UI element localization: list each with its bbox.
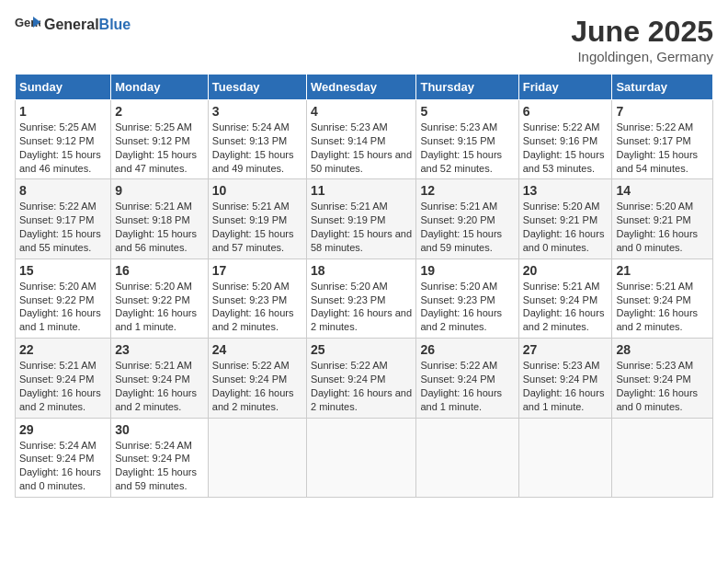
page-header: General GeneralBlue June 2025 Ingoldinge… — [15, 15, 713, 64]
calendar-cell: 15Sunrise: 5:20 AMSunset: 9:22 PMDayligh… — [16, 259, 111, 338]
calendar-cell — [416, 418, 518, 497]
col-monday: Monday — [111, 75, 209, 100]
day-number: 20 — [523, 263, 609, 278]
day-info: Sunrise: 5:20 AMSunset: 9:23 PMDaylight:… — [212, 280, 302, 334]
calendar-cell: 8Sunrise: 5:22 AMSunset: 9:17 PMDaylight… — [16, 179, 111, 259]
day-number: 24 — [212, 342, 302, 357]
logo-general: General — [44, 17, 99, 32]
calendar-cell: 18Sunrise: 5:20 AMSunset: 9:23 PMDayligh… — [306, 259, 415, 338]
calendar-cell — [208, 418, 306, 497]
calendar-week-row: 1Sunrise: 5:25 AMSunset: 9:12 PMDaylight… — [16, 100, 713, 179]
day-number: 9 — [115, 183, 204, 198]
calendar-cell: 9Sunrise: 5:21 AMSunset: 9:18 PMDaylight… — [111, 179, 209, 259]
calendar-cell: 11Sunrise: 5:21 AMSunset: 9:19 PMDayligh… — [306, 179, 415, 259]
day-info: Sunrise: 5:21 AMSunset: 9:19 PMDaylight:… — [311, 200, 412, 254]
calendar-cell: 10Sunrise: 5:21 AMSunset: 9:19 PMDayligh… — [208, 179, 306, 259]
day-info: Sunrise: 5:22 AMSunset: 9:17 PMDaylight:… — [616, 121, 709, 175]
day-info: Sunrise: 5:24 AMSunset: 9:13 PMDaylight:… — [212, 121, 302, 175]
calendar-cell: 26Sunrise: 5:22 AMSunset: 9:24 PMDayligh… — [416, 339, 518, 418]
day-info: Sunrise: 5:20 AMSunset: 9:21 PMDaylight:… — [523, 200, 609, 254]
day-number: 14 — [616, 183, 709, 198]
calendar-cell: 4Sunrise: 5:23 AMSunset: 9:14 PMDaylight… — [306, 100, 415, 179]
day-number: 23 — [115, 342, 204, 357]
day-info: Sunrise: 5:21 AMSunset: 9:24 PMDaylight:… — [115, 359, 204, 413]
col-friday: Friday — [518, 75, 612, 100]
calendar-cell: 30Sunrise: 5:24 AMSunset: 9:24 PMDayligh… — [111, 418, 209, 497]
day-number: 19 — [420, 263, 514, 278]
calendar-cell — [306, 418, 415, 497]
calendar-cell: 22Sunrise: 5:21 AMSunset: 9:24 PMDayligh… — [16, 339, 111, 418]
calendar-cell: 16Sunrise: 5:20 AMSunset: 9:22 PMDayligh… — [111, 259, 209, 338]
day-info: Sunrise: 5:25 AMSunset: 9:12 PMDaylight:… — [115, 121, 204, 175]
day-number: 13 — [523, 183, 609, 198]
day-number: 30 — [115, 422, 204, 437]
day-info: Sunrise: 5:22 AMSunset: 9:24 PMDaylight:… — [212, 359, 302, 413]
day-info: Sunrise: 5:22 AMSunset: 9:24 PMDaylight:… — [311, 359, 412, 413]
day-number: 8 — [19, 183, 107, 198]
calendar-week-row: 22Sunrise: 5:21 AMSunset: 9:24 PMDayligh… — [16, 339, 713, 418]
day-info: Sunrise: 5:21 AMSunset: 9:19 PMDaylight:… — [212, 200, 302, 254]
calendar-cell: 2Sunrise: 5:25 AMSunset: 9:12 PMDaylight… — [111, 100, 209, 179]
day-info: Sunrise: 5:20 AMSunset: 9:22 PMDaylight:… — [115, 280, 204, 334]
calendar-cell: 5Sunrise: 5:23 AMSunset: 9:15 PMDaylight… — [416, 100, 518, 179]
day-info: Sunrise: 5:23 AMSunset: 9:15 PMDaylight:… — [420, 121, 514, 175]
day-number: 28 — [616, 342, 709, 357]
day-number: 10 — [212, 183, 302, 198]
day-number: 7 — [616, 104, 709, 119]
title-area: June 2025 Ingoldingen, Germany — [571, 15, 713, 64]
calendar-cell: 17Sunrise: 5:20 AMSunset: 9:23 PMDayligh… — [208, 259, 306, 338]
day-info: Sunrise: 5:20 AMSunset: 9:23 PMDaylight:… — [420, 280, 514, 334]
day-number: 22 — [19, 342, 107, 357]
calendar-week-row: 8Sunrise: 5:22 AMSunset: 9:17 PMDaylight… — [16, 179, 713, 259]
day-number: 16 — [115, 263, 204, 278]
day-info: Sunrise: 5:24 AMSunset: 9:24 PMDaylight:… — [19, 439, 107, 493]
col-wednesday: Wednesday — [306, 75, 415, 100]
logo: General GeneralBlue — [15, 15, 131, 35]
calendar-cell: 1Sunrise: 5:25 AMSunset: 9:12 PMDaylight… — [16, 100, 111, 179]
day-number: 6 — [523, 104, 609, 119]
calendar-cell: 21Sunrise: 5:21 AMSunset: 9:24 PMDayligh… — [612, 259, 713, 338]
day-number: 21 — [616, 263, 709, 278]
col-saturday: Saturday — [612, 75, 713, 100]
day-number: 5 — [420, 104, 514, 119]
calendar-cell: 14Sunrise: 5:20 AMSunset: 9:21 PMDayligh… — [612, 179, 713, 259]
day-number: 26 — [420, 342, 514, 357]
day-number: 1 — [19, 104, 107, 119]
day-number: 2 — [115, 104, 204, 119]
calendar-cell: 29Sunrise: 5:24 AMSunset: 9:24 PMDayligh… — [16, 418, 111, 497]
calendar-cell: 23Sunrise: 5:21 AMSunset: 9:24 PMDayligh… — [111, 339, 209, 418]
calendar-cell: 24Sunrise: 5:22 AMSunset: 9:24 PMDayligh… — [208, 339, 306, 418]
calendar-cell: 19Sunrise: 5:20 AMSunset: 9:23 PMDayligh… — [416, 259, 518, 338]
day-number: 17 — [212, 263, 302, 278]
day-info: Sunrise: 5:22 AMSunset: 9:17 PMDaylight:… — [19, 200, 107, 254]
day-info: Sunrise: 5:23 AMSunset: 9:24 PMDaylight:… — [616, 359, 709, 413]
calendar-cell: 27Sunrise: 5:23 AMSunset: 9:24 PMDayligh… — [518, 339, 612, 418]
day-number: 11 — [311, 183, 412, 198]
day-info: Sunrise: 5:21 AMSunset: 9:20 PMDaylight:… — [420, 200, 514, 254]
day-info: Sunrise: 5:25 AMSunset: 9:12 PMDaylight:… — [19, 121, 107, 175]
calendar-cell: 25Sunrise: 5:22 AMSunset: 9:24 PMDayligh… — [306, 339, 415, 418]
calendar-cell: 20Sunrise: 5:21 AMSunset: 9:24 PMDayligh… — [518, 259, 612, 338]
calendar-week-row: 15Sunrise: 5:20 AMSunset: 9:22 PMDayligh… — [16, 259, 713, 338]
day-info: Sunrise: 5:21 AMSunset: 9:18 PMDaylight:… — [115, 200, 204, 254]
calendar-cell: 28Sunrise: 5:23 AMSunset: 9:24 PMDayligh… — [612, 339, 713, 418]
day-info: Sunrise: 5:21 AMSunset: 9:24 PMDaylight:… — [523, 280, 609, 334]
day-info: Sunrise: 5:24 AMSunset: 9:24 PMDaylight:… — [115, 439, 204, 493]
day-number: 3 — [212, 104, 302, 119]
col-sunday: Sunday — [16, 75, 111, 100]
main-title: June 2025 — [571, 15, 713, 49]
day-number: 25 — [311, 342, 412, 357]
day-info: Sunrise: 5:21 AMSunset: 9:24 PMDaylight:… — [19, 359, 107, 413]
logo-blue: Blue — [99, 17, 131, 32]
calendar-week-row: 29Sunrise: 5:24 AMSunset: 9:24 PMDayligh… — [16, 418, 713, 497]
day-info: Sunrise: 5:22 AMSunset: 9:24 PMDaylight:… — [420, 359, 514, 413]
calendar-cell: 3Sunrise: 5:24 AMSunset: 9:13 PMDaylight… — [208, 100, 306, 179]
day-info: Sunrise: 5:20 AMSunset: 9:21 PMDaylight:… — [616, 200, 709, 254]
day-info: Sunrise: 5:20 AMSunset: 9:22 PMDaylight:… — [19, 280, 107, 334]
col-thursday: Thursday — [416, 75, 518, 100]
day-number: 4 — [311, 104, 412, 119]
day-number: 27 — [523, 342, 609, 357]
day-info: Sunrise: 5:23 AMSunset: 9:14 PMDaylight:… — [311, 121, 412, 175]
day-number: 18 — [311, 263, 412, 278]
calendar-cell: 7Sunrise: 5:22 AMSunset: 9:17 PMDaylight… — [612, 100, 713, 179]
